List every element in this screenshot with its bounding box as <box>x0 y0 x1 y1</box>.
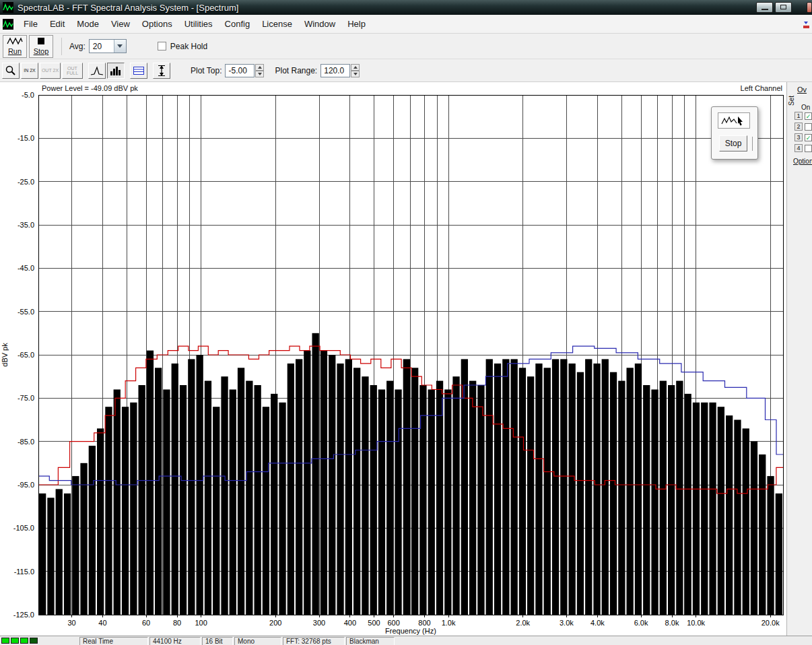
peak-curve-button[interactable] <box>88 63 106 79</box>
run-button-label: Run <box>8 47 22 55</box>
peak-curve-icon <box>90 65 104 76</box>
svg-text:Frequency (Hz): Frequency (Hz) <box>385 627 436 635</box>
svg-text:-115.0: -115.0 <box>14 568 34 576</box>
svg-text:-85.0: -85.0 <box>18 438 34 446</box>
menu-edit[interactable]: Edit <box>44 15 71 32</box>
svg-text:dBV pk: dBV pk <box>1 343 9 367</box>
status-bit-depth: 16 Bit <box>202 637 233 645</box>
overlay-row-3: 3 ✓ <box>794 133 812 141</box>
zoom-full-label: OUT FULL <box>63 66 82 75</box>
status-window-function: Blackman <box>346 637 395 645</box>
svg-text:80: 80 <box>173 619 181 627</box>
svg-text:30: 30 <box>67 619 75 627</box>
plot-range-down-button[interactable] <box>351 71 360 77</box>
stop-button-label: Stop <box>34 47 49 55</box>
plot-top-spinner[interactable]: -5.00 <box>225 64 264 77</box>
menu-options[interactable]: Options <box>136 15 178 32</box>
magnifier-icon <box>5 65 17 77</box>
data-table-button[interactable] <box>130 63 147 79</box>
menu-utilities[interactable]: Utilities <box>178 15 219 32</box>
maximize-button[interactable] <box>775 2 792 13</box>
menu-file[interactable]: File <box>18 15 44 32</box>
menu-help[interactable]: Help <box>341 15 372 32</box>
overlay-row-1: 1 ✓ <box>794 112 812 120</box>
svg-text:60: 60 <box>142 619 150 627</box>
status-fft-size: FFT: 32768 pts <box>283 637 345 645</box>
svg-text:-15.0: -15.0 <box>18 134 34 142</box>
overlay-options-link[interactable]: Option <box>793 158 812 165</box>
plot-range-up-button[interactable] <box>351 64 360 71</box>
svg-text:-35.0: -35.0 <box>18 221 34 229</box>
overlay-4-button[interactable]: 4 <box>794 144 803 152</box>
overlay-row-2: 2 <box>794 123 812 131</box>
window-title: SpectraLAB - FFT Spectral Analysis Syste… <box>18 3 238 13</box>
overlay-1-checkbox[interactable]: ✓ <box>805 112 812 120</box>
svg-text:3.0k: 3.0k <box>560 619 574 627</box>
svg-text:-45.0: -45.0 <box>18 264 34 272</box>
spectrum-cursor-icon[interactable] <box>718 112 750 129</box>
peak-hold-checkbox-box[interactable] <box>158 42 166 50</box>
overlay-set-label: Set <box>788 96 795 106</box>
titlebar[interactable]: SpectraLAB - FFT Spectral Analysis Syste… <box>0 0 812 15</box>
stop-button[interactable]: Stop <box>29 35 53 58</box>
menu-window[interactable]: Window <box>298 15 341 32</box>
svg-text:-25.0: -25.0 <box>18 178 34 186</box>
run-waveform-icon <box>7 37 23 47</box>
avg-dropdown[interactable]: 20 <box>89 39 127 53</box>
overlay-3-checkbox[interactable]: ✓ <box>805 134 812 141</box>
svg-text:800: 800 <box>418 619 430 627</box>
plot-range-value[interactable]: 120.0 <box>320 64 350 77</box>
floating-control-panel[interactable]: Stop <box>711 106 758 160</box>
menu-license[interactable]: License <box>256 15 298 32</box>
child-window-controls-icon[interactable] <box>802 19 811 30</box>
overlay-2-button[interactable]: 2 <box>794 123 803 131</box>
plot-top-up-button[interactable] <box>255 64 264 71</box>
bar-spectrum-button[interactable] <box>107 63 125 79</box>
plot-top-value[interactable]: -5.00 <box>225 64 255 77</box>
status-sample-rate: 44100 Hz <box>149 637 201 645</box>
svg-text:40: 40 <box>98 619 106 627</box>
svg-text:-65.0: -65.0 <box>18 351 34 359</box>
svg-text:200: 200 <box>269 619 281 627</box>
svg-text:-125.0: -125.0 <box>13 611 34 619</box>
menu-view[interactable]: View <box>105 15 136 32</box>
maximize-icon <box>780 5 786 9</box>
channel-label: Left Channel <box>741 84 782 92</box>
zoom-out-2x-button[interactable]: OUT 2X <box>40 63 61 79</box>
plot-toolbar: IN 2X OUT 2X OUT FULL Plot Top: -5.00 Pl… <box>0 59 812 82</box>
menu-config[interactable]: Config <box>219 15 257 32</box>
peak-hold-label: Peak Hold <box>170 42 207 51</box>
menu-mode[interactable]: Mode <box>71 15 105 32</box>
child-window-icon[interactable] <box>2 18 14 30</box>
run-button[interactable]: Run <box>3 35 27 58</box>
overlay-3-button[interactable]: 3 <box>794 133 803 141</box>
floating-stop-button[interactable]: Stop <box>719 135 747 151</box>
peak-hold-checkbox[interactable]: Peak Hold <box>158 42 207 51</box>
svg-text:600: 600 <box>387 619 399 627</box>
power-level-readout: Power Level = -49.09 dBV pk <box>42 84 138 92</box>
svg-text:1.0k: 1.0k <box>442 619 456 627</box>
overlays-panel: Ov Set On 1 ✓ 2 3 ✓ 4 Option <box>786 82 812 636</box>
status-mode: Real Time <box>79 637 148 645</box>
spectrum-plot[interactable]: -5.0-15.0-25.0-35.0-45.0-55.0-65.0-75.0-… <box>0 82 786 636</box>
svg-text:-75.0: -75.0 <box>18 394 34 402</box>
panel-grip[interactable] <box>752 137 753 151</box>
avg-label: Avg: <box>69 42 86 51</box>
overlay-1-button[interactable]: 1 <box>794 112 803 120</box>
close-button[interactable] <box>807 2 812 13</box>
main-toolbar: Run Stop Avg: 20 Peak Hold <box>0 34 812 59</box>
overlay-4-checkbox[interactable] <box>805 145 812 152</box>
zoom-in-2x-button[interactable]: IN 2X <box>21 63 38 79</box>
svg-text:-55.0: -55.0 <box>18 308 34 316</box>
overlays-panel-title[interactable]: Ov <box>797 86 807 94</box>
vertical-scale-button[interactable] <box>153 63 170 79</box>
zoom-out-full-button[interactable]: OUT FULL <box>62 63 83 79</box>
plot-range-spinner[interactable]: 120.0 <box>320 64 360 77</box>
minimize-button[interactable] <box>756 2 773 13</box>
plot-top-down-button[interactable] <box>255 71 264 77</box>
overlay-on-label: On <box>801 104 810 111</box>
overlay-2-checkbox[interactable] <box>805 123 812 131</box>
dropdown-arrow-icon[interactable] <box>114 40 126 53</box>
svg-text:4.0k: 4.0k <box>590 619 605 627</box>
zoom-tool-button[interactable] <box>2 63 20 79</box>
